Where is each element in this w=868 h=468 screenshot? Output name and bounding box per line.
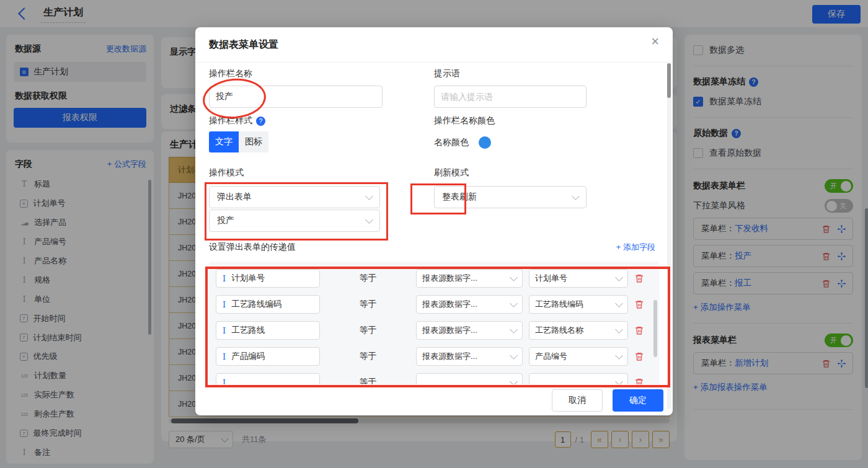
source-type-value: 报表源数据字... [422, 351, 477, 362]
source-field-select[interactable]: 计划单号 [529, 269, 628, 288]
op-mode-select[interactable]: 弹出表单 [209, 186, 380, 208]
op-mode-value: 弹出表单 [217, 192, 252, 203]
trash-icon[interactable] [634, 377, 650, 384]
tab-icon[interactable]: 图标 [239, 131, 268, 152]
style-label-row: 操作栏样式 [209, 115, 265, 126]
transfer-field-input[interactable]: I 产品编码 [216, 347, 320, 366]
source-type-value: 报表源数据字... [422, 273, 477, 284]
chevron-down-icon [365, 216, 373, 224]
source-field-value: 工艺路线编码 [535, 299, 583, 310]
op-target-value: 投产 [217, 215, 234, 226]
source-type-select[interactable]: 报表源数据字... [416, 347, 523, 366]
chevron-down-icon [510, 351, 518, 360]
equals-label: 等于 [326, 351, 410, 362]
source-type-value: 报表源数据字... [422, 299, 477, 310]
trash-icon[interactable] [634, 273, 650, 283]
op-mode-label: 操作模式 [209, 167, 244, 179]
text-field-icon: I [223, 326, 226, 335]
source-field-value: 计划单号 [535, 273, 567, 284]
chevron-down-icon [615, 273, 623, 281]
trash-icon[interactable] [634, 325, 650, 335]
text-field-icon: I [223, 352, 226, 361]
tip-label: 提示语 [434, 68, 460, 79]
chevron-down-icon [510, 273, 518, 281]
source-field-select[interactable] [529, 373, 628, 384]
transfer-row: I 等于 [209, 373, 659, 384]
action-name-label: 操作栏名称 [209, 68, 252, 79]
source-type-value: 报表源数据字... [422, 325, 477, 336]
chevron-down-icon [615, 351, 623, 360]
style-tabs: 文字 图标 [209, 131, 268, 152]
op-target-select[interactable]: 投产 [209, 210, 380, 232]
refresh-mode-value: 整表刷新 [442, 192, 477, 203]
transfer-field-input[interactable]: I 计划单号 [216, 269, 320, 288]
transfer-field-name: 工艺路线 [231, 325, 265, 336]
text-field-icon: I [223, 300, 226, 309]
trash-icon[interactable] [634, 351, 650, 361]
source-field-value: 工艺路线名称 [535, 325, 583, 336]
chevron-down-icon [365, 192, 373, 200]
equals-label: 等于 [326, 299, 410, 310]
transfer-field-name: 计划单号 [231, 273, 265, 284]
source-type-select[interactable]: 报表源数据字... [416, 295, 523, 314]
tab-text[interactable]: 文字 [209, 131, 239, 152]
screen: 生产计划 保存 数据源 更改数据源 生产计划 数据获取权限 报表权限 字段 + … [0, 0, 868, 468]
table-menu-settings-dialog: 数据表菜单设置 × 操作栏名称 提示语 操作栏样式 文字 图标 操作栏名称颜色 … [195, 27, 673, 415]
help-icon[interactable] [256, 117, 265, 126]
source-type-select[interactable]: 报表源数据字... [416, 321, 523, 340]
source-field-select[interactable]: 工艺路线编码 [529, 295, 628, 314]
chevron-down-icon [510, 325, 518, 333]
source-type-select[interactable] [416, 373, 523, 384]
name-color-section-label: 操作栏名称颜色 [434, 115, 495, 126]
chevron-down-icon [510, 299, 518, 307]
text-field-icon: I [223, 378, 226, 385]
transfer-row: I 计划单号 等于 报表源数据字... 计划单号 [209, 269, 659, 288]
header-divider [195, 62, 673, 63]
trash-icon[interactable] [634, 299, 650, 309]
source-field-select[interactable]: 产品编号 [529, 347, 628, 366]
chevron-down-icon [572, 192, 580, 200]
equals-label: 等于 [326, 273, 410, 284]
chevron-down-icon [615, 377, 623, 384]
chevron-down-icon [615, 299, 623, 307]
transfer-row: I 工艺路线 等于 报表源数据字... 工艺路线名称 [209, 321, 659, 340]
confirm-button[interactable]: 确定 [613, 389, 663, 412]
dialog-title: 数据表菜单设置 [209, 38, 278, 51]
chevron-down-icon [510, 377, 518, 384]
transfer-values-label: 设置弹出表单的传递值 [209, 242, 296, 253]
action-name-input[interactable] [209, 86, 383, 108]
name-color-label: 名称颜色 [434, 137, 469, 148]
transfer-field-name: 产品编码 [231, 351, 265, 362]
color-swatch[interactable] [479, 136, 491, 149]
transfer-row: I 产品编码 等于 报表源数据字... 产品编号 [209, 347, 659, 366]
refresh-mode-label: 刷新模式 [434, 167, 469, 179]
name-color-row: 名称颜色 [434, 136, 491, 149]
style-label: 操作栏样式 [209, 115, 252, 126]
transfer-field-input[interactable]: I 工艺路线 [216, 321, 320, 340]
modal-scrollbar-thumb[interactable] [667, 63, 671, 98]
modal-scrollbar-track [667, 63, 671, 409]
transfer-field-input[interactable]: I 工艺路线编码 [216, 295, 320, 314]
chevron-down-icon [615, 325, 623, 333]
transfer-field-input[interactable]: I [216, 373, 320, 384]
transfer-row: I 工艺路线编码 等于 报表源数据字... 工艺路线编码 [209, 295, 659, 314]
transfer-values-panel: I 计划单号 等于 报表源数据字... 计划单号 I [209, 262, 659, 384]
tip-input[interactable] [434, 86, 587, 108]
cancel-button[interactable]: 取消 [552, 389, 603, 412]
panel-scrollbar-thumb[interactable] [653, 300, 657, 357]
equals-label: 等于 [326, 325, 410, 336]
source-field-value: 产品编号 [535, 351, 567, 362]
source-type-select[interactable]: 报表源数据字... [416, 269, 523, 288]
equals-label: 等于 [326, 377, 410, 384]
refresh-mode-select[interactable]: 整表刷新 [434, 186, 587, 208]
close-icon[interactable]: × [651, 35, 659, 48]
source-field-select[interactable]: 工艺路线名称 [529, 321, 628, 340]
add-field-link[interactable]: + 添加字段 [616, 242, 655, 253]
transfer-field-name: 工艺路线编码 [231, 299, 281, 310]
text-field-icon: I [223, 274, 226, 283]
